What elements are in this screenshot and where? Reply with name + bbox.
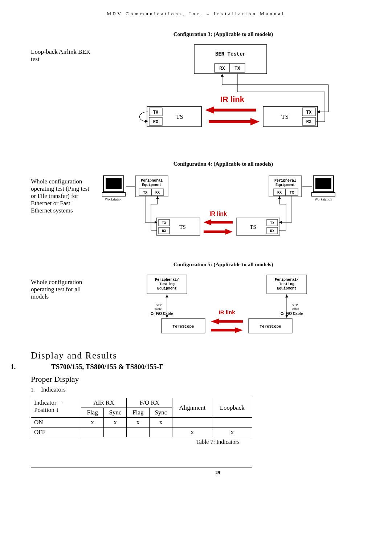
svg-marker-11 <box>145 120 148 123</box>
table-caption: Table 7: Indicators <box>31 439 361 445</box>
svg-text:IR link: IR link <box>209 211 227 217</box>
svg-text:RX: RX <box>153 119 159 125</box>
svg-text:TX: TX <box>306 110 312 115</box>
svg-text:RX: RX <box>277 191 282 195</box>
svg-text:Equipment: Equipment <box>157 287 177 291</box>
svg-text:Workstation: Workstation <box>315 197 332 201</box>
svg-text:cable: cable <box>292 307 299 311</box>
svg-marker-75 <box>155 221 157 224</box>
svg-text:Testing: Testing <box>159 282 175 286</box>
svg-text:TX: TX <box>143 191 147 195</box>
config4-side-label: Whole configuration operating test (Ping… <box>31 178 93 214</box>
svg-text:TS: TS <box>281 113 289 120</box>
svg-marker-103 <box>166 295 168 297</box>
svg-text:STP: STP <box>292 303 298 307</box>
svg-text:RX: RX <box>270 229 274 233</box>
table-row: Indicator → Position ↓ AIR RX F/O RX Ali… <box>31 398 252 408</box>
svg-text:IR link: IR link <box>219 309 235 315</box>
ir-link-label: IR link <box>220 95 245 104</box>
svg-text:Peripheral: Peripheral <box>141 179 163 183</box>
svg-text:RX: RX <box>155 191 160 195</box>
svg-marker-70 <box>204 219 211 225</box>
svg-marker-85 <box>278 196 281 199</box>
svg-rect-34 <box>102 193 125 196</box>
svg-text:TereScope: TereScope <box>260 324 281 329</box>
svg-text:Peripheral: Peripheral <box>274 179 296 183</box>
svg-marker-77 <box>156 196 159 199</box>
indicators-table: Indicator → Position ↓ AIR RX F/O RX Ali… <box>31 398 252 437</box>
footer-rule <box>31 467 252 467</box>
config4-caption: Configuration 4: (Applicable to all mode… <box>31 161 361 167</box>
config5-diagram: Peripheral/ Testing Equipment Peripheral… <box>129 271 332 340</box>
page-number: 29 <box>31 470 361 475</box>
svg-text:STP: STP <box>156 303 162 307</box>
svg-rect-0 <box>194 45 267 74</box>
svg-text:Equipment: Equipment <box>277 287 297 291</box>
table-row: OFF x x <box>31 428 252 437</box>
svg-text:RX: RX <box>219 66 225 71</box>
svg-marker-109 <box>285 295 288 297</box>
svg-marker-72 <box>225 229 233 235</box>
svg-rect-33 <box>106 178 122 189</box>
svg-text:cable: cable <box>155 307 162 311</box>
svg-text:RX: RX <box>162 229 166 233</box>
svg-rect-52 <box>312 193 335 196</box>
svg-text:TX: TX <box>270 221 274 225</box>
svg-text:Equipment: Equipment <box>142 183 162 187</box>
svg-text:TereScope: TereScope <box>172 324 194 329</box>
svg-rect-51 <box>315 178 331 189</box>
svg-marker-19 <box>205 106 214 114</box>
config5-caption: Configuration 5: (Applicable to all mode… <box>31 262 361 268</box>
svg-text:Peripheral/: Peripheral/ <box>155 278 179 282</box>
proper-display-heading: Proper Display <box>31 374 361 384</box>
svg-text:Testing: Testing <box>279 282 294 286</box>
models-subheading: 1.TS700/155, TS800/155 & TS800/155-F <box>31 363 361 371</box>
svg-text:Peripheral/: Peripheral/ <box>275 278 299 282</box>
svg-marker-115 <box>211 319 219 324</box>
svg-text:TX: TX <box>162 221 166 225</box>
display-results-heading: Display and Results <box>31 351 361 361</box>
config3-diagram: BER Tester RX TX TX RX TS TX RX TS IR li… <box>129 41 332 146</box>
svg-text:TX: TX <box>153 110 159 115</box>
ber-tester-label: BER Tester <box>215 51 246 57</box>
page-header: MRV Communications, Inc. – Installation … <box>31 11 361 17</box>
config5-side-label: Whole configuration operating test for a… <box>31 279 93 300</box>
svg-marker-21 <box>250 118 260 125</box>
svg-text:Or F/O Cable: Or F/O Cable <box>281 312 303 316</box>
svg-text:TS: TS <box>179 224 186 230</box>
indicators-list-item: 1.Indicators <box>31 386 361 393</box>
config4-diagram: Workstation Peripheral Equipment TX RX P… <box>102 171 356 251</box>
config3-side-label: Loop-back Airlink BER test <box>31 48 93 63</box>
svg-text:Or F/O Cable: Or F/O Cable <box>151 312 173 316</box>
svg-marker-27 <box>317 110 320 113</box>
svg-text:Workstation: Workstation <box>105 197 123 201</box>
svg-text:TS: TS <box>250 224 256 230</box>
svg-marker-83 <box>279 221 282 224</box>
svg-text:RX: RX <box>306 119 312 125</box>
table-row: ON x x x x <box>31 418 252 428</box>
svg-text:TX: TX <box>234 66 240 71</box>
svg-text:Equipment: Equipment <box>275 183 295 187</box>
svg-text:TS: TS <box>176 113 183 120</box>
svg-marker-117 <box>235 327 243 333</box>
svg-marker-23 <box>221 74 224 77</box>
svg-text:TX: TX <box>290 191 294 195</box>
config3-caption: Configuration 3: (Applicable to all mode… <box>31 31 361 37</box>
